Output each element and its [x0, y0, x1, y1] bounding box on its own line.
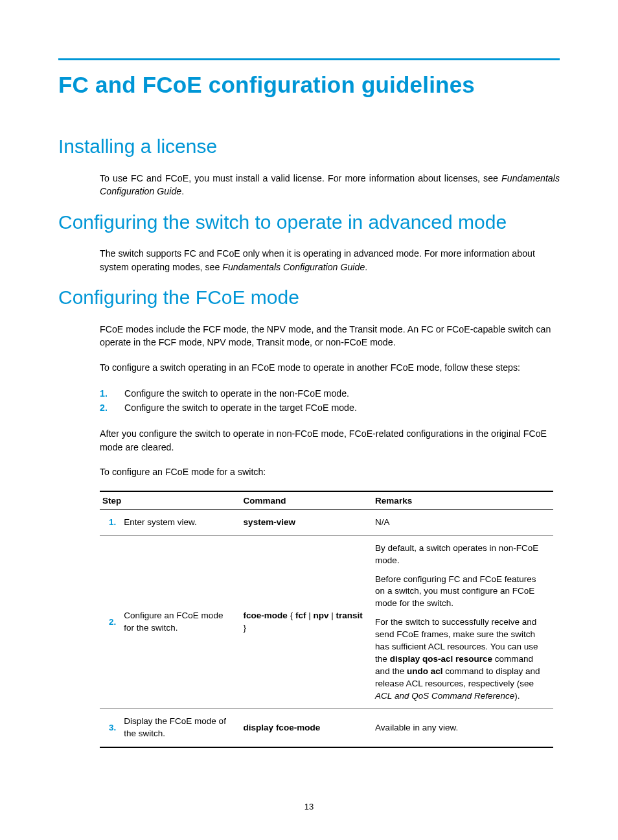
remarks-para: Before configuring FC and FCoE features …: [375, 574, 548, 611]
cmd-sep: |: [306, 611, 313, 620]
fcoe-p1: FCoE modes include the FCF mode, the NPV…: [58, 323, 560, 349]
cmd-token: fcoe-mode: [244, 611, 288, 620]
command-cell: system-view: [241, 509, 373, 535]
table-header-row: Step Command Remarks: [100, 491, 553, 510]
fcoe-p4: To configure an FCoE mode for a switch:: [58, 465, 560, 479]
col-remarks-header: Remarks: [372, 491, 553, 510]
step-desc: Display the FCoE mode of the switch.: [121, 709, 240, 747]
step-desc: Enter system view.: [121, 509, 240, 535]
heading-licensing: Installing a license: [58, 134, 560, 159]
command-cell: display fcoe-mode: [241, 709, 373, 747]
remarks-cell: By default, a switch operates in non-FCo…: [372, 535, 553, 709]
fcoe-p3: After you configure the switch to operat…: [58, 427, 560, 454]
step-number: 2.: [100, 535, 121, 709]
step-number: 3.: [100, 709, 121, 747]
top-rule: [58, 58, 560, 60]
cmd-sep: |: [328, 611, 336, 620]
list-item: Configure the switch to operate in the t…: [100, 401, 560, 415]
text: .: [365, 262, 367, 272]
cmd-token: fcf: [295, 611, 306, 620]
step-desc: Configure an FCoE mode for the switch.: [121, 535, 240, 709]
reference-title: ACL and QoS Command Reference: [375, 691, 514, 701]
text: .: [181, 186, 184, 196]
licensing-body: To use FC and FCoE, you must install a v…: [58, 172, 560, 198]
table-row: 2. Configure an FCoE mode for the switch…: [100, 535, 553, 709]
heading-advanced-mode: Configuring the switch to operate in adv…: [58, 210, 560, 235]
text: ).: [514, 691, 520, 701]
cmd-sep: }: [244, 623, 247, 633]
cmd-inline: undo acl: [407, 666, 443, 676]
cmd-sep: {: [288, 611, 295, 620]
remarks-cell: N/A: [372, 509, 553, 535]
cmd-token: transit: [336, 611, 362, 620]
remarks-cell: Available in any view.: [372, 709, 553, 747]
remarks-para: For the switch to successfully receive a…: [375, 616, 548, 702]
col-command-header: Command: [241, 491, 373, 510]
cmd-inline: display qos-acl resource: [390, 654, 492, 664]
page-number: 13: [0, 802, 618, 811]
cmd-token: npv: [313, 611, 328, 620]
table-row: 1. Enter system view. system-view N/A: [100, 509, 553, 535]
fcoe-steps-list: Configure the switch to operate in the n…: [58, 386, 560, 415]
fcoe-p2: To configure a switch operating in an FC…: [58, 361, 560, 375]
col-step-header: Step: [100, 491, 241, 510]
advanced-body: The switch supports FC and FCoE only whe…: [58, 247, 560, 274]
heading-fcoe-mode: Configuring the FCoE mode: [58, 285, 560, 310]
command-cell: fcoe-mode { fcf | npv | transit }: [241, 535, 373, 709]
step-number: 1.: [100, 509, 121, 535]
config-table: Step Command Remarks 1. Enter system vie…: [100, 491, 553, 748]
list-item: Configure the switch to operate in the n…: [100, 386, 560, 401]
text: To use FC and FCoE, you must install a v…: [100, 173, 501, 183]
reference-title: Fundamentals Configuration Guide: [222, 262, 365, 272]
page-title: FC and FCoE configuration guidelines: [58, 72, 560, 98]
table-row: 3. Display the FCoE mode of the switch. …: [100, 709, 553, 747]
remarks-para: By default, a switch operates in non-FCo…: [375, 542, 548, 567]
